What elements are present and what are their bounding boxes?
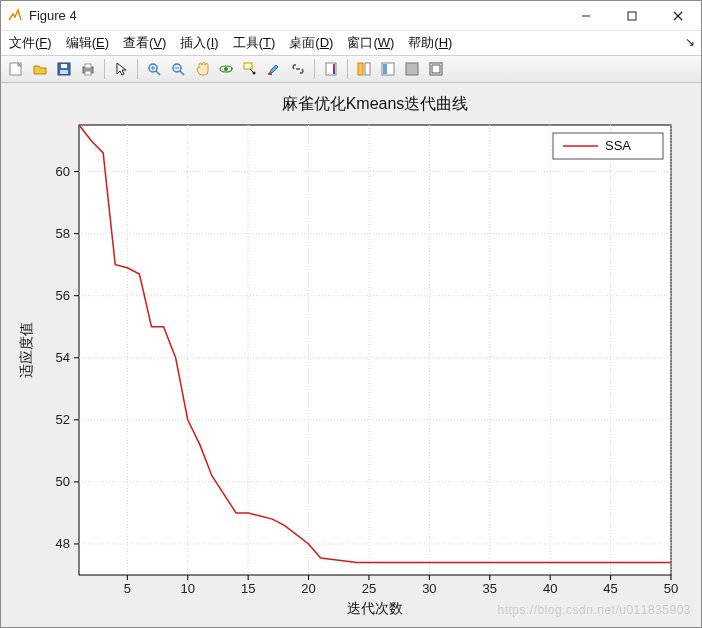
brush-button[interactable]	[263, 58, 285, 80]
new-figure-icon	[8, 61, 24, 77]
chart-svg: 510152025303540455048505254565860麻雀优化Kme…	[1, 83, 701, 625]
svg-rect-7	[61, 64, 67, 68]
toolbar-separator	[314, 59, 315, 79]
menu-help[interactable]: 帮助(H)	[408, 34, 452, 52]
pointer-icon	[113, 61, 129, 77]
x-tick-label: 10	[181, 581, 195, 596]
x-tick-label: 50	[664, 581, 678, 596]
svg-rect-28	[365, 63, 370, 75]
float-button[interactable]	[377, 58, 399, 80]
close-icon	[673, 11, 683, 21]
tile-icon	[356, 61, 372, 77]
menu-desktop[interactable]: 桌面(D)	[289, 34, 333, 52]
y-tick-label: 54	[56, 350, 70, 365]
brush-icon	[266, 61, 282, 77]
x-tick-label: 25	[362, 581, 376, 596]
svg-rect-24	[268, 73, 272, 75]
pointer-button[interactable]	[110, 58, 132, 80]
figure-window: Figure 4 文件(F) 编辑(E) 查看(V) 插入(I) 工具(T) 桌…	[0, 0, 702, 628]
print-button[interactable]	[77, 58, 99, 80]
colorbar-icon	[323, 61, 339, 77]
svg-line-13	[156, 71, 160, 75]
zoom-in-button[interactable]	[143, 58, 165, 80]
toolbar-separator	[347, 59, 348, 79]
svg-rect-11	[85, 71, 91, 75]
toolbar-separator	[104, 59, 105, 79]
y-tick-label: 58	[56, 226, 70, 241]
minimize-icon	[581, 11, 591, 21]
menu-edit[interactable]: 编辑(E)	[66, 34, 109, 52]
x-tick-label: 5	[124, 581, 131, 596]
maximize-button[interactable]	[609, 1, 655, 31]
menu-window[interactable]: 窗口(W)	[347, 34, 394, 52]
axes-box[interactable]	[79, 125, 671, 575]
window-title: Figure 4	[29, 8, 77, 23]
svg-rect-27	[358, 63, 363, 75]
open-icon	[32, 61, 48, 77]
menu-view[interactable]: 查看(V)	[123, 34, 166, 52]
close-button[interactable]	[655, 1, 701, 31]
y-tick-label: 60	[56, 164, 70, 179]
float-icon	[380, 61, 396, 77]
zoom-in-icon	[146, 61, 162, 77]
insert-colorbar-button[interactable]	[320, 58, 342, 80]
data-cursor-button[interactable]	[239, 58, 261, 80]
svg-rect-31	[406, 63, 418, 75]
maximize-icon	[627, 11, 637, 21]
x-tick-label: 15	[241, 581, 255, 596]
zoom-out-icon	[170, 61, 186, 77]
x-tick-label: 45	[603, 581, 617, 596]
pan-button[interactable]	[191, 58, 213, 80]
menu-bar: 文件(F) 编辑(E) 查看(V) 插入(I) 工具(T) 桌面(D) 窗口(W…	[1, 31, 701, 55]
zoom-out-button[interactable]	[167, 58, 189, 80]
matlab-logo-icon	[7, 8, 23, 24]
menu-tools[interactable]: 工具(T)	[233, 34, 276, 52]
svg-line-17	[180, 71, 184, 75]
y-tick-label: 48	[56, 536, 70, 551]
y-tick-label: 56	[56, 288, 70, 303]
pan-icon	[194, 61, 210, 77]
y-tick-label: 50	[56, 474, 70, 489]
open-button[interactable]	[29, 58, 51, 80]
svg-rect-8	[60, 70, 68, 74]
x-tick-label: 30	[422, 581, 436, 596]
svg-rect-30	[383, 64, 387, 74]
rotate3d-button[interactable]	[215, 58, 237, 80]
save-button[interactable]	[53, 58, 75, 80]
title-bar: Figure 4	[1, 1, 701, 31]
layout-button[interactable]	[425, 58, 447, 80]
print-icon	[80, 61, 96, 77]
x-tick-label: 35	[483, 581, 497, 596]
menu-file[interactable]: 文件(F)	[9, 34, 52, 52]
svg-rect-21	[244, 63, 252, 69]
x-axis-label: 迭代次数	[347, 600, 403, 616]
x-tick-label: 40	[543, 581, 557, 596]
chart-title: 麻雀优化Kmeans迭代曲线	[282, 95, 469, 112]
plot-area: 510152025303540455048505254565860麻雀优化Kme…	[1, 83, 701, 627]
x-tick-label: 20	[301, 581, 315, 596]
new-figure-button[interactable]	[5, 58, 27, 80]
toolbar-separator	[137, 59, 138, 79]
menu-overflow-icon[interactable]: ↘	[685, 35, 695, 49]
minimize-button[interactable]	[563, 1, 609, 31]
legend-label: SSA	[605, 138, 631, 153]
y-axis-label: 适应度值	[18, 322, 34, 378]
menu-insert[interactable]: 插入(I)	[180, 34, 218, 52]
dock-button[interactable]	[401, 58, 423, 80]
y-tick-label: 52	[56, 412, 70, 427]
svg-rect-10	[85, 64, 91, 68]
dock-icon	[404, 61, 420, 77]
svg-rect-1	[628, 12, 636, 20]
layout-icon	[428, 61, 444, 77]
rotate3d-icon	[218, 61, 234, 77]
save-icon	[56, 61, 72, 77]
data-cursor-icon	[242, 61, 258, 77]
svg-rect-26	[333, 64, 335, 74]
link-plot-button[interactable]	[287, 58, 309, 80]
toolbar	[1, 55, 701, 83]
svg-point-23	[253, 72, 256, 75]
link-icon	[290, 61, 306, 77]
svg-point-20	[224, 67, 228, 71]
tile-button[interactable]	[353, 58, 375, 80]
